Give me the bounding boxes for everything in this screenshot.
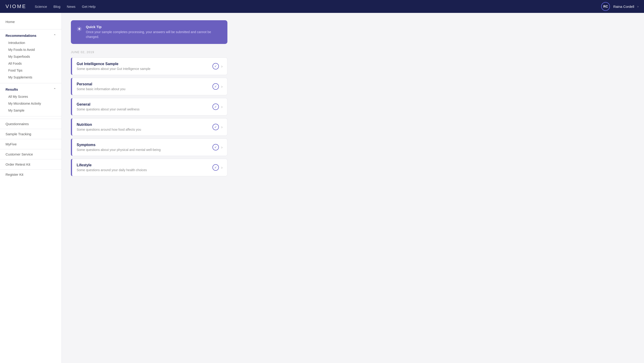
sidebar-item-foods-to-avoid[interactable]: My Foods to Avoid bbox=[0, 46, 62, 53]
card-symptoms-actions: ✓ › bbox=[212, 144, 222, 150]
logo: VIOME bbox=[6, 3, 26, 9]
chevron-right-icon: › bbox=[221, 104, 222, 109]
user-area: RC Raina Cordell › bbox=[601, 2, 638, 11]
user-name: Raina Cordell bbox=[613, 4, 634, 8]
card-gut-intelligence[interactable]: Gut Intelligence Sample Some questions a… bbox=[71, 57, 228, 75]
chevron-right-icon: › bbox=[221, 125, 222, 129]
card-general-actions: ✓ › bbox=[212, 103, 222, 110]
page-layout: Home Recommendations ⌃ Introduction My F… bbox=[0, 13, 644, 363]
card-lifestyle-actions: ✓ › bbox=[212, 164, 222, 171]
sidebar-home[interactable]: Home bbox=[0, 17, 62, 27]
quick-tip-content: Quick Tip Once your sample completes pro… bbox=[86, 25, 222, 39]
check-icon: ✓ bbox=[212, 103, 219, 110]
sidebar-items-results: All My Scores My Microbiome Activity My … bbox=[0, 93, 62, 114]
top-navigation: VIOME Science Blog News Get Help RC Rain… bbox=[0, 0, 644, 13]
card-nutrition-title: Nutrition bbox=[77, 123, 212, 127]
sidebar-item-food-tips[interactable]: Food Tips bbox=[0, 67, 62, 74]
sidebar-item-all-foods[interactable]: All Foods bbox=[0, 60, 62, 67]
questionnaire-card-list: Gut Intelligence Sample Some questions a… bbox=[71, 57, 228, 176]
card-lifestyle-content: Lifestyle Some questions around your dai… bbox=[77, 163, 212, 172]
nav-science[interactable]: Science bbox=[35, 4, 47, 8]
sidebar-section-recommendations[interactable]: Recommendations ⌃ bbox=[0, 32, 62, 39]
card-gut-intelligence-desc: Some questions about your Gut Intelligen… bbox=[77, 67, 212, 71]
sidebar-myfive[interactable]: MyFive bbox=[0, 139, 62, 149]
sidebar-divider-2 bbox=[0, 83, 62, 83]
sidebar-item-supplements[interactable]: My Supplements bbox=[0, 74, 62, 81]
nav-news[interactable]: News bbox=[67, 4, 76, 8]
sidebar-items-recommendations: Introduction My Foods to Avoid My Superf… bbox=[0, 39, 62, 81]
check-icon: ✓ bbox=[212, 144, 219, 150]
avatar[interactable]: RC bbox=[601, 2, 610, 11]
sidebar-item-all-scores[interactable]: All My Scores bbox=[0, 93, 62, 100]
sidebar-order-retest[interactable]: Order Retest Kit bbox=[0, 159, 62, 169]
sidebar-customer-service[interactable]: Customer Service bbox=[0, 149, 62, 159]
card-general-desc: Some questions about your overall wellne… bbox=[77, 107, 212, 111]
check-icon: ✓ bbox=[212, 124, 219, 130]
card-symptoms-title: Symptoms bbox=[77, 143, 212, 147]
card-general-title: General bbox=[77, 102, 212, 106]
card-personal[interactable]: Personal Some basic information about yo… bbox=[71, 78, 228, 95]
card-lifestyle-title: Lifestyle bbox=[77, 163, 212, 167]
sidebar-divider-1 bbox=[0, 29, 62, 29]
card-gut-intelligence-content: Gut Intelligence Sample Some questions a… bbox=[77, 62, 212, 71]
card-gut-intelligence-actions: ✓ › bbox=[212, 63, 222, 69]
sidebar: Home Recommendations ⌃ Introduction My F… bbox=[0, 13, 62, 363]
sidebar-section-results[interactable]: Results ⌃ bbox=[0, 86, 62, 93]
quick-tip-text: Once your sample completes processing, y… bbox=[86, 30, 222, 39]
sidebar-questionnaires[interactable]: Questionnaires bbox=[0, 119, 62, 129]
sidebar-item-my-sample[interactable]: My Sample bbox=[0, 107, 62, 114]
check-icon: ✓ bbox=[212, 83, 219, 90]
card-nutrition-content: Nutrition Some questions around how food… bbox=[77, 123, 212, 131]
card-symptoms-desc: Some questions about your physical and m… bbox=[77, 148, 212, 152]
nav-blog[interactable]: Blog bbox=[54, 4, 60, 8]
sidebar-section-recommendations-label: Recommendations bbox=[6, 33, 36, 37]
sidebar-section-recommendations-chevron: ⌃ bbox=[54, 34, 56, 37]
check-icon: ✓ bbox=[212, 63, 219, 69]
card-general[interactable]: General Some questions about your overal… bbox=[71, 98, 228, 115]
chevron-right-icon: › bbox=[221, 165, 222, 170]
section-date: JUNE 02, 2019 bbox=[71, 50, 635, 54]
sidebar-item-superfoods[interactable]: My Superfoods bbox=[0, 53, 62, 60]
card-nutrition-desc: Some questions around how food affects y… bbox=[77, 128, 212, 131]
chevron-right-icon: › bbox=[221, 145, 222, 150]
sidebar-section-results-label: Results bbox=[6, 87, 18, 91]
nav-links: Science Blog News Get Help bbox=[35, 4, 602, 8]
sidebar-section-results-chevron: ⌃ bbox=[54, 88, 56, 91]
check-icon: ✓ bbox=[212, 164, 219, 171]
card-nutrition-actions: ✓ › bbox=[212, 124, 222, 130]
card-lifestyle-desc: Some questions around your daily health … bbox=[77, 168, 212, 172]
chevron-right-icon: › bbox=[221, 64, 222, 69]
sidebar-item-introduction[interactable]: Introduction bbox=[0, 39, 62, 46]
card-symptoms[interactable]: Symptoms Some questions about your physi… bbox=[71, 138, 228, 156]
sidebar-sample-tracking[interactable]: Sample Tracking bbox=[0, 129, 62, 139]
sidebar-register-kit[interactable]: Register Kit bbox=[0, 169, 62, 179]
card-nutrition[interactable]: Nutrition Some questions around how food… bbox=[71, 118, 228, 136]
sidebar-item-microbiome[interactable]: My Microbiome Activity bbox=[0, 100, 62, 107]
card-personal-title: Personal bbox=[77, 82, 212, 86]
quick-tip-title: Quick Tip bbox=[86, 25, 222, 29]
card-symptoms-content: Symptoms Some questions about your physi… bbox=[77, 143, 212, 152]
quick-tip-banner: ☀ Quick Tip Once your sample completes p… bbox=[71, 20, 228, 44]
card-personal-content: Personal Some basic information about yo… bbox=[77, 82, 212, 91]
card-gut-intelligence-title: Gut Intelligence Sample bbox=[77, 62, 212, 66]
main-content: ☀ Quick Tip Once your sample completes p… bbox=[62, 13, 644, 363]
sidebar-divider-3 bbox=[0, 116, 62, 116]
user-menu-chevron[interactable]: › bbox=[637, 4, 638, 8]
chevron-right-icon: › bbox=[221, 84, 222, 89]
card-general-content: General Some questions about your overal… bbox=[77, 102, 212, 111]
card-lifestyle[interactable]: Lifestyle Some questions around your dai… bbox=[71, 159, 228, 176]
quick-tip-icon: ☀ bbox=[76, 25, 82, 33]
card-personal-desc: Some basic information about you bbox=[77, 87, 212, 91]
nav-get-help[interactable]: Get Help bbox=[82, 4, 96, 8]
card-personal-actions: ✓ › bbox=[212, 83, 222, 90]
